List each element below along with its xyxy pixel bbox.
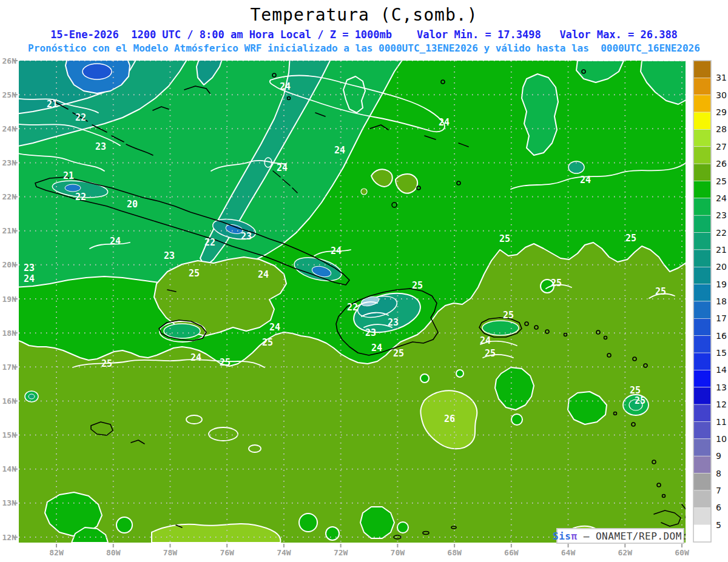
colorbar-segment	[693, 318, 711, 335]
contour-label: 25	[635, 395, 645, 406]
contour-label: 24	[371, 343, 382, 353]
lat-label: 21N	[2, 226, 17, 235]
lat-label: 15N	[2, 430, 17, 440]
lat-label: 14N	[2, 464, 17, 473]
colorbar-tick-label: 11	[716, 417, 727, 427]
lat-label: 26N	[2, 56, 17, 65]
contour-label: 24	[269, 322, 280, 333]
colorbar-segment	[693, 387, 711, 404]
colorbar-tick-label: 29	[716, 107, 727, 117]
lon-label: 74W	[277, 548, 291, 557]
lat-label: 18N	[2, 329, 17, 338]
colorbar-segment	[693, 95, 711, 112]
contour-label: 21	[47, 99, 58, 110]
lon-label: 66W	[504, 548, 519, 557]
contour-label: 24	[277, 162, 288, 173]
lon-label: 68W	[447, 548, 462, 557]
contour-label: 24	[190, 352, 201, 363]
lon-label: 64W	[561, 548, 576, 557]
lat-label: 23N	[2, 158, 17, 167]
colorbar-tick-label: 6	[716, 503, 721, 512]
contour-label: 24	[331, 246, 342, 256]
colorbar-segment	[693, 164, 711, 181]
lon-label: 80W	[106, 548, 121, 557]
colorbar-segment	[693, 473, 711, 490]
colorbar-tick-label: 13	[716, 383, 727, 392]
lat-label: 19N	[2, 295, 17, 304]
colorbar-segment	[693, 233, 711, 250]
lat-label: 16N	[2, 396, 17, 406]
contour-label: 22	[347, 302, 358, 313]
colorbar-tick-label: 19	[716, 279, 727, 289]
colorbar-segment	[693, 112, 711, 129]
colorbar-segment	[693, 336, 711, 353]
contour-label: 25	[551, 278, 562, 289]
colorbar-segment	[693, 147, 711, 164]
colorbar-tick-label: 28	[716, 124, 727, 134]
lat-label: 24N	[2, 124, 17, 133]
contour-label: 24	[110, 236, 121, 247]
lon-label: 78W	[163, 548, 178, 557]
onamet-credit: – ONAMET/REP.DOM.	[578, 530, 688, 542]
lon-label: 82W	[49, 548, 64, 557]
colorbar-tick-label: 26	[716, 159, 727, 169]
contour-label: 24	[580, 175, 591, 186]
colorbar-segment	[693, 422, 711, 439]
lon-label: 70W	[391, 548, 405, 557]
colorbar-segment	[693, 129, 711, 146]
contour-label: 25	[655, 286, 666, 297]
contour-label: 25	[485, 348, 496, 359]
contour-label: 24	[480, 335, 491, 346]
colorbar-tick-label: 23	[716, 210, 727, 220]
lat-label: 17N	[2, 363, 17, 372]
colorbar-segment	[693, 198, 711, 215]
colorbar-segment	[693, 353, 711, 370]
colorbar-segment	[693, 61, 711, 78]
contour-label: 25	[101, 358, 112, 369]
colorbar-segment	[693, 439, 711, 456]
contour-label: 23	[95, 141, 106, 152]
colorbar-segment	[693, 507, 711, 524]
contour-label: 21	[63, 170, 74, 181]
colorbar-tick-label: 24	[716, 193, 727, 203]
lat-label: 25N	[2, 90, 17, 99]
lat-label: 20N	[2, 260, 17, 269]
contour-label: 23	[388, 317, 399, 328]
temperature-colorbar: 3130292827262524232221201918171615141312…	[693, 61, 727, 542]
contour-label: 25	[503, 310, 514, 321]
colorbar-tick-label: 16	[716, 331, 727, 341]
colorbar-tick-label: 15	[716, 348, 727, 358]
contour-label: 25	[189, 268, 200, 279]
contour-label: 25	[412, 280, 423, 291]
lon-label: 72W	[334, 548, 348, 557]
colorbar-tick-label: 5	[716, 520, 721, 530]
contour-label: 25	[499, 233, 510, 244]
colorbar-segment	[693, 267, 711, 284]
contour-label: 23	[24, 263, 35, 273]
colorbar-segment	[693, 284, 711, 301]
contour-label: 24	[258, 269, 269, 280]
watermark-badge: Sisπ – ONAMET/REP.DOM.	[556, 528, 684, 544]
contour-label: 23	[164, 250, 175, 261]
colorbar-tick-label: 22	[716, 228, 727, 238]
contour-label: 24	[24, 273, 35, 284]
contour-label: 24	[439, 117, 450, 128]
colorbar-segment	[693, 525, 711, 542]
colorbar-tick-label: 21	[716, 245, 727, 255]
colorbar-tick-label: 31	[716, 73, 727, 82]
colorbar-tick-label: 27	[716, 142, 727, 152]
contour-label: 25	[625, 233, 636, 244]
lat-label: 22N	[2, 192, 17, 201]
colorbar-tick-label: 17	[716, 313, 727, 323]
contour-label: 26	[444, 413, 455, 424]
colorbar-segment	[693, 370, 711, 387]
contour-label: 24	[334, 145, 345, 156]
contour-label: 22	[75, 112, 86, 123]
colorbar-tick-label: 20	[716, 262, 727, 272]
lat-label: 12N	[2, 533, 17, 542]
colorbar-tick-label: 10	[716, 434, 727, 444]
colorbar-tick-label: 25	[716, 176, 727, 186]
colorbar-segment	[693, 456, 711, 473]
colorbar-tick-label: 12	[716, 400, 727, 409]
contour-label: 22	[75, 192, 86, 202]
